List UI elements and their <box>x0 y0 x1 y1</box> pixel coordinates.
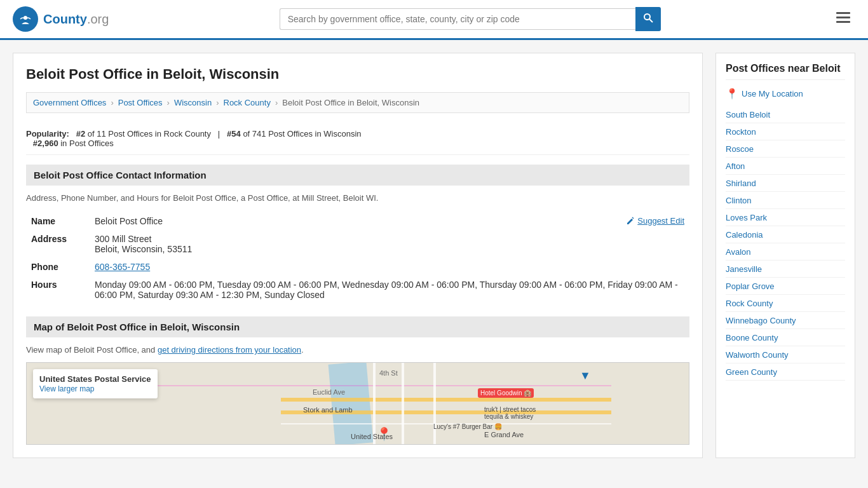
pop-of1: of 11 Post Offices in Rock County <box>88 129 211 139</box>
sidebar-location-link[interactable]: Walworth County <box>726 350 789 360</box>
sidebar-location-link[interactable]: Roscoe <box>726 144 754 154</box>
pop-rank3: #2,960 <box>33 139 58 148</box>
main-container: Beloit Post Office in Beloit, Wisconsin … <box>0 40 868 471</box>
suggest-edit-link[interactable]: Suggest Edit <box>626 216 684 226</box>
svg-line-3 <box>649 19 653 22</box>
breadcrumb-sep: › <box>275 98 278 107</box>
list-item: Poplar Grove <box>726 278 845 295</box>
breadcrumb-item-post-offices[interactable]: Post Offices <box>118 98 163 107</box>
sidebar-location-link[interactable]: Green County <box>726 367 777 377</box>
sidebar-location-link[interactable]: Winnebago County <box>726 316 796 325</box>
logo-text: County.org <box>43 12 109 27</box>
sidebar-location-link[interactable]: Boone County <box>726 333 778 342</box>
contact-info-table: Name Beloit Post Office Suggest Edit <box>26 212 689 304</box>
breadcrumb-sep: › <box>111 98 113 107</box>
driving-directions-link[interactable]: get driving directions from your locatio… <box>158 345 301 355</box>
map-container: Euclid Ave 4th St Stork and Lamb Hotel G… <box>26 362 689 445</box>
popularity-bar: Popularity: #2 of 11 Post Offices in Roc… <box>26 123 689 155</box>
menu-button[interactable] <box>831 8 855 30</box>
map-description: View map of Beloit Post Office, and get … <box>26 345 689 355</box>
breadcrumb-item-rock-county[interactable]: Rock County <box>224 98 271 107</box>
breadcrumb-sep: › <box>216 98 219 107</box>
field-value-name: Beloit Post Office Suggest Edit <box>90 212 689 230</box>
pop-of3: in Post Offices <box>60 139 114 148</box>
content-area: Beloit Post Office in Beloit, Wisconsin … <box>13 53 703 458</box>
list-item: South Beloit <box>726 106 845 123</box>
contact-section-header: Beloit Post Office Contact Information <box>26 165 689 186</box>
sidebar-location-link[interactable]: Rock County <box>726 299 773 308</box>
sidebar-location-link[interactable]: Afton <box>726 161 745 171</box>
field-value-hours: Monday 09:00 AM - 06:00 PM, Tuesday 09:0… <box>90 276 689 304</box>
table-row: Hours Monday 09:00 AM - 06:00 PM, Tuesda… <box>26 276 689 304</box>
list-item: Avalon <box>726 243 845 261</box>
popularity-label: Popularity: <box>26 129 69 139</box>
pop-rank1: #2 <box>76 129 85 139</box>
field-label-hours: Hours <box>26 276 90 304</box>
table-row: Name Beloit Post Office Suggest Edit <box>26 212 689 230</box>
list-item: Winnebago County <box>726 312 845 329</box>
breadcrumb-sep: › <box>167 98 170 107</box>
list-item: Walworth County <box>726 346 845 363</box>
breadcrumb-item-govt-offices[interactable]: Government Offices <box>33 98 106 107</box>
svg-rect-6 <box>836 21 850 23</box>
sidebar-title: Post Offices near Beloit <box>726 63 845 80</box>
sidebar-location-link[interactable]: Loves Park <box>726 213 767 222</box>
list-item: Janesville <box>726 261 845 278</box>
logo-icon <box>13 6 38 32</box>
sidebar-location-link[interactable]: South Beloit <box>726 110 770 119</box>
view-larger-map-link[interactable]: View larger map <box>39 384 94 393</box>
list-item: Green County <box>726 363 845 381</box>
field-value-address: 300 Mill Street Beloit, Wisconsin, 53511 <box>90 230 689 258</box>
field-label-address: Address <box>26 230 90 258</box>
svg-rect-5 <box>836 17 850 18</box>
list-item: Rock County <box>726 295 845 312</box>
pop-of2: of 741 Post Offices in Wisconsin <box>243 129 361 139</box>
nearby-locations-list: South BeloitRocktonRoscoeAftonShirlandCl… <box>726 106 845 381</box>
breadcrumb-item-wisconsin[interactable]: Wisconsin <box>174 98 212 107</box>
map-business-name: United States Postal Service <box>39 374 151 384</box>
list-item: Roscoe <box>726 140 845 158</box>
list-item: Afton <box>726 158 845 175</box>
map-popup: United States Postal Service View larger… <box>33 369 158 398</box>
list-item: Caledonia <box>726 226 845 243</box>
sidebar-location-link[interactable]: Clinton <box>726 196 751 205</box>
sidebar-location-link[interactable]: Poplar Grove <box>726 281 775 291</box>
table-row: Phone 608-365-7755 <box>26 258 689 276</box>
search-bar <box>280 7 661 31</box>
map-section: Map of Beloit Post Office in Beloit, Wis… <box>26 316 689 445</box>
list-item: Rockton <box>726 123 845 140</box>
svg-rect-4 <box>836 12 850 14</box>
sidebar-location-link[interactable]: Shirland <box>726 179 756 188</box>
site-header: County.org <box>0 0 868 40</box>
field-value-phone: 608-365-7755 <box>90 258 689 276</box>
search-input[interactable] <box>280 8 635 30</box>
sidebar-location-link[interactable]: Janesville <box>726 264 762 274</box>
use-my-location-link[interactable]: 📍 Use My Location <box>726 88 845 100</box>
logo: County.org <box>13 6 109 32</box>
table-row: Address 300 Mill Street Beloit, Wisconsi… <box>26 230 689 258</box>
list-item: Loves Park <box>726 209 845 226</box>
map-section-header: Map of Beloit Post Office in Beloit, Wis… <box>26 316 689 337</box>
sidebar: Post Offices near Beloit 📍 Use My Locati… <box>715 53 855 458</box>
list-item: Shirland <box>726 175 845 192</box>
page-title: Beloit Post Office in Beloit, Wisconsin <box>26 66 689 83</box>
sidebar-location-link[interactable]: Rockton <box>726 127 756 137</box>
list-item: Clinton <box>726 192 845 209</box>
breadcrumb: Government Offices › Post Offices › Wisc… <box>26 92 689 113</box>
sidebar-location-link[interactable]: Avalon <box>726 247 751 257</box>
contact-description: Address, Phone Number, and Hours for Bel… <box>26 193 689 203</box>
field-label-name: Name <box>26 212 90 230</box>
pop-rank2: #54 <box>227 129 241 139</box>
phone-link[interactable]: 608-365-7755 <box>95 262 150 272</box>
location-pin-icon: 📍 <box>726 88 738 100</box>
field-label-phone: Phone <box>26 258 90 276</box>
sidebar-location-link[interactable]: Caledonia <box>726 230 763 240</box>
search-button[interactable] <box>635 7 661 31</box>
breadcrumb-current: Beloit Post Office in Beloit, Wisconsin <box>282 98 419 107</box>
svg-point-2 <box>644 14 650 20</box>
list-item: Boone County <box>726 329 845 346</box>
